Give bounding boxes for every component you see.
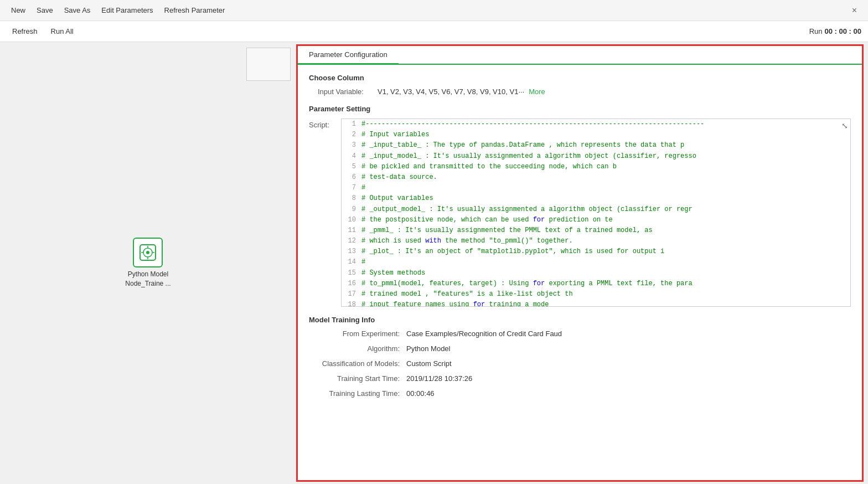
line-number: 18	[342, 300, 361, 307]
line-number: 11	[342, 225, 361, 236]
line-number: 1	[342, 119, 361, 130]
save-as-button[interactable]: Save As	[59, 0, 96, 20]
line-number: 14	[342, 257, 361, 267]
run-info: Run 00 : 00 : 00	[809, 27, 861, 35]
line-number: 4	[342, 151, 361, 162]
expand-script-button[interactable]: ⤡	[841, 121, 848, 130]
code-line: 18# input feature names using for traini…	[342, 300, 850, 307]
code-line: 10# the postpositive node, which can be …	[342, 215, 850, 225]
algorithm-row: Algorithm: Python Model	[309, 344, 851, 353]
code-line: 12# which is used with the method "to_pm…	[342, 236, 850, 246]
input-variable-row: Input Variable: V1, V2, V3, V4, V5, V6, …	[318, 87, 851, 96]
code-container: 1#--------------------------------------…	[342, 119, 850, 307]
script-row: Script: ⤡ 1#----------------------------…	[309, 119, 851, 307]
code-line: 6# test-data source.	[342, 172, 850, 183]
code-line: 13# _plot_ : It's an object of "matplotl…	[342, 246, 850, 257]
code-line: 7#	[342, 183, 850, 193]
code-line: 9# _output_model_ : It's usually assignm…	[342, 204, 850, 215]
line-number: 5	[342, 162, 361, 172]
line-number: 10	[342, 215, 361, 225]
node-label: Python Model Node_Traine ...	[125, 270, 170, 289]
training-start-label: Training Start Time:	[318, 374, 406, 383]
classification-row: Classification of Models: Custom Script	[309, 359, 851, 368]
toolbar: Refresh Run All Run 00 : 00 : 00	[0, 21, 868, 42]
line-code: # trained model , "features" is a like-l…	[361, 289, 573, 300]
training-start-value: 2019/11/28 10:37:26	[406, 374, 472, 383]
run-time: 00 : 00 : 00	[825, 27, 862, 35]
model-training-info-section: Model Training Info From Experiment: Cas…	[309, 316, 851, 398]
line-code: # be pickled and transmitted to the succ…	[361, 162, 617, 172]
code-line: 16# to_pmml(model, features, target) : U…	[342, 279, 850, 289]
input-variable-value: V1, V2, V3, V4, V5, V6, V7, V8, V9, V10,…	[378, 87, 524, 96]
line-number: 12	[342, 236, 361, 246]
training-start-row: Training Start Time: 2019/11/28 10:37:26	[309, 374, 851, 383]
classification-label: Classification of Models:	[318, 359, 406, 368]
line-code: #	[361, 183, 365, 193]
line-number: 8	[342, 193, 361, 204]
from-experiment-label: From Experiment:	[318, 329, 406, 338]
training-lasting-row: Training Lasting Time: 00:00:46	[309, 389, 851, 398]
panel-content: Choose Column Input Variable: V1, V2, V3…	[298, 65, 862, 480]
line-code: # Input variables	[361, 130, 429, 140]
close-button[interactable]: ×	[846, 6, 862, 16]
line-number: 17	[342, 289, 361, 300]
script-editor[interactable]: ⤡ 1#------------------------------------…	[341, 119, 851, 307]
line-code: # _input_model_ : It's usually assignmen…	[361, 151, 696, 162]
choose-column-title: Choose Column	[309, 74, 851, 82]
training-lasting-label: Training Lasting Time:	[318, 389, 406, 398]
line-number: 6	[342, 172, 361, 183]
classification-value: Custom Script	[406, 359, 452, 368]
line-code: # _input_table_ : The type of pandas.Dat…	[361, 140, 684, 151]
code-line: 14#	[342, 257, 850, 267]
more-link[interactable]: More	[529, 87, 545, 96]
refresh-button[interactable]: Refresh	[7, 25, 43, 38]
panel-tabs: Parameter Configuration	[298, 46, 862, 65]
code-line: 11# _pmml_ : It's usually assignmented t…	[342, 225, 850, 236]
code-line: 3# _input_table_ : The type of pandas.Da…	[342, 140, 850, 151]
from-experiment-row: From Experiment: Case Examples/Recogniti…	[309, 329, 851, 338]
line-code: #	[361, 257, 365, 267]
line-code: # _pmml_ : It's usually assignmented the…	[361, 225, 653, 236]
code-line: 2# Input variables	[342, 130, 850, 140]
minimap-inner	[247, 48, 290, 80]
choose-column-section: Choose Column Input Variable: V1, V2, V3…	[309, 74, 851, 96]
code-line: 1#--------------------------------------…	[342, 119, 850, 130]
line-number: 2	[342, 130, 361, 140]
code-line: 4# _input_model_ : It's usually assignme…	[342, 151, 850, 162]
training-lasting-value: 00:00:46	[406, 389, 435, 398]
right-panel: Parameter Configuration Choose Column In…	[296, 44, 864, 482]
code-line: 5# be pickled and transmitted to the suc…	[342, 162, 850, 172]
minimap[interactable]	[246, 48, 291, 81]
line-code: # test-data source.	[361, 172, 437, 183]
code-line: 8# Output variables	[342, 193, 850, 204]
node-icon	[133, 238, 163, 267]
edit-parameters-button[interactable]: Edit Parameters	[96, 0, 158, 20]
param-setting-title: Parameter Setting	[309, 105, 851, 113]
line-code: # to_pmml(model, features, target) : Usi…	[361, 279, 693, 289]
line-number: 9	[342, 204, 361, 215]
refresh-parameter-button[interactable]: Refresh Parameter	[159, 0, 231, 20]
algorithm-label: Algorithm:	[318, 344, 406, 353]
line-number: 13	[342, 246, 361, 257]
run-label: Run	[809, 27, 823, 35]
line-code: # which is used with the method "to_pmml…	[361, 236, 573, 246]
param-setting-section: Parameter Setting Script: ⤡ 1#----------…	[309, 105, 851, 307]
input-variable-label: Input Variable:	[318, 87, 373, 96]
svg-point-2	[146, 251, 149, 254]
save-button[interactable]: Save	[31, 0, 59, 20]
python-model-node[interactable]: Python Model Node_Traine ...	[125, 238, 170, 289]
title-bar: New Save Save As Edit Parameters Refresh…	[0, 0, 868, 21]
tab-parameter-configuration[interactable]: Parameter Configuration	[298, 46, 399, 65]
line-number: 16	[342, 279, 361, 289]
line-code: # the postpositive node, which can be us…	[361, 215, 613, 225]
code-line: 15# System methods	[342, 268, 850, 279]
script-label: Script:	[309, 119, 337, 129]
from-experiment-value: Case Examples/Recognition of Credit Card…	[406, 329, 562, 338]
code-line: 17# trained model , "features" is a like…	[342, 289, 850, 300]
model-training-info-title: Model Training Info	[309, 316, 851, 324]
line-code: # input feature names using for training…	[361, 300, 549, 307]
line-code: # System methods	[361, 268, 425, 279]
run-all-button[interactable]: Run All	[45, 25, 79, 38]
new-button[interactable]: New	[6, 0, 31, 20]
line-code: #---------------------------------------…	[361, 119, 704, 130]
